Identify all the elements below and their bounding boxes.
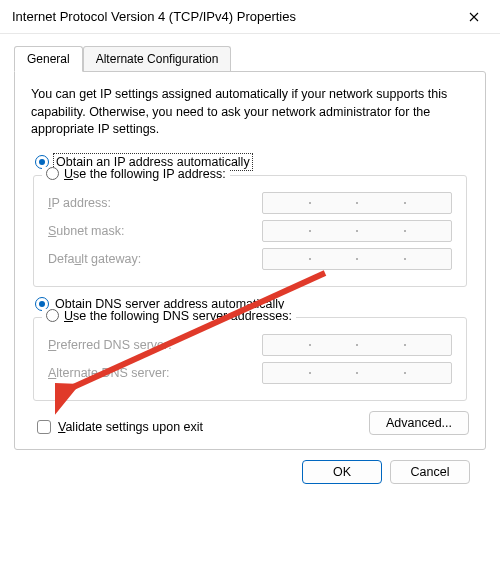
radio-dns-manual[interactable]: Use the following DNS server addresses: xyxy=(42,309,296,323)
label-alternate-dns: Alternate DNS server: xyxy=(48,366,170,380)
close-icon xyxy=(469,12,479,22)
input-subnet-mask xyxy=(262,220,452,242)
radio-icon xyxy=(46,309,59,322)
dialog-footer: OK Cancel xyxy=(14,450,486,484)
label-subnet-mask: Subnet mask: xyxy=(48,224,124,238)
tab-general[interactable]: General xyxy=(14,46,83,72)
checkbox-icon xyxy=(37,420,51,434)
tab-strip: General Alternate Configuration xyxy=(14,46,486,72)
checkbox-validate-on-exit[interactable]: Validate settings upon exit xyxy=(37,420,203,434)
input-alternate-dns xyxy=(262,362,452,384)
radio-dns-manual-label: Use the following DNS server addresses: xyxy=(64,309,292,323)
checkbox-validate-label: Validate settings upon exit xyxy=(58,420,203,434)
label-ip-address: IP address: xyxy=(48,196,111,210)
intro-text: You can get IP settings assigned automat… xyxy=(31,86,469,139)
window-title: Internet Protocol Version 4 (TCP/IPv4) P… xyxy=(12,9,296,24)
radio-icon xyxy=(46,167,59,180)
input-default-gateway xyxy=(262,248,452,270)
tab-panel-general: You can get IP settings assigned automat… xyxy=(14,71,486,450)
radio-ip-manual-label: Use the following IP address: xyxy=(64,167,226,181)
radio-ip-manual[interactable]: Use the following IP address: xyxy=(42,167,230,181)
advanced-button[interactable]: Advanced... xyxy=(369,411,469,435)
input-ip-address xyxy=(262,192,452,214)
input-preferred-dns xyxy=(262,334,452,356)
label-default-gateway: Default gateway: xyxy=(48,252,141,266)
group-ip-manual: Use the following IP address: IP address… xyxy=(33,175,467,287)
cancel-button[interactable]: Cancel xyxy=(390,460,470,484)
group-dns-manual: Use the following DNS server addresses: … xyxy=(33,317,467,401)
label-preferred-dns: Preferred DNS server: xyxy=(48,338,172,352)
tab-alternate-configuration[interactable]: Alternate Configuration xyxy=(83,46,232,72)
titlebar: Internet Protocol Version 4 (TCP/IPv4) P… xyxy=(0,0,500,34)
close-button[interactable] xyxy=(452,2,496,32)
ok-button[interactable]: OK xyxy=(302,460,382,484)
